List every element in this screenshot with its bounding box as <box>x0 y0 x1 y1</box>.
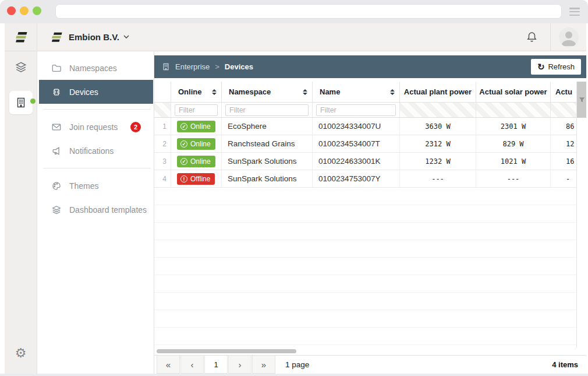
horizontal-scrollbar-thumb[interactable] <box>157 349 296 353</box>
plant-power-cell: --- <box>400 170 476 187</box>
sidebar: Namespaces Devices <box>37 51 154 374</box>
top-bar: Embion B.V. <box>37 23 586 51</box>
browser-chrome <box>0 0 588 23</box>
empty-row <box>154 223 576 240</box>
filter-cell-solar <box>476 103 551 117</box>
page-number-button[interactable]: 1 <box>204 356 228 374</box>
column-header-plant-power[interactable]: Actual plant power <box>400 82 476 102</box>
check-circle-icon: ✓ <box>180 123 187 130</box>
breadcrumb-current: Devices <box>225 62 253 71</box>
name-filter-input[interactable] <box>316 104 396 116</box>
status-badge: ✓ Online <box>177 156 215 167</box>
browser-window: ⚙ Embion B.V. <box>0 0 588 376</box>
settings-button[interactable]: ⚙ <box>15 347 27 360</box>
avatar <box>559 27 579 47</box>
column-header-namespace[interactable]: Namespace <box>222 82 313 102</box>
last-page-button[interactable]: » <box>252 356 275 374</box>
refresh-icon: ↻ <box>537 62 545 71</box>
sidebar-item-notifications[interactable]: Notifications <box>37 139 154 163</box>
window-controls <box>7 6 41 15</box>
palette-icon <box>51 181 62 191</box>
table-right-strip <box>576 82 586 348</box>
empty-row <box>154 328 576 345</box>
prev-page-button[interactable]: ‹ <box>180 356 204 374</box>
items-count-label: 4 items <box>552 360 578 369</box>
megaphone-icon <box>51 146 62 156</box>
namespace-cell: SunSpark Solutions <box>222 170 313 187</box>
plant-power-cell: 2312 W <box>400 135 476 152</box>
first-page-button[interactable]: « <box>157 356 180 374</box>
sidebar-item-namespaces[interactable]: Namespaces <box>37 56 154 80</box>
breadcrumb-root[interactable]: Enterprise <box>175 62 210 71</box>
table-header-row: Online Namespace Name <box>154 82 576 103</box>
rail-item-enterprise[interactable] <box>9 91 33 114</box>
maximize-window-button[interactable] <box>33 6 41 15</box>
org-selector[interactable]: Embion B.V. <box>37 31 154 43</box>
refresh-button[interactable]: ↻ Refresh <box>531 59 581 75</box>
column-header-online[interactable]: Online <box>171 82 222 102</box>
empty-row <box>154 205 576 223</box>
namespace-filter-input[interactable] <box>225 104 309 116</box>
table-row[interactable]: 1 ✓ Online EcoSphere 0100234334007U <box>154 118 576 135</box>
rail-item-templates[interactable] <box>5 51 37 83</box>
name-cell: 0100234534007T <box>313 135 400 152</box>
sort-icon[interactable] <box>390 89 395 95</box>
plant-power-cell: 3630 W <box>400 118 476 135</box>
sidebar-item-label: Join requests <box>69 122 118 132</box>
stack-icon <box>15 61 27 73</box>
table-row[interactable]: 3 ✓ Online SunSpark Solutions 0100224633 <box>154 153 576 170</box>
notifications-button[interactable] <box>513 31 550 43</box>
embion-logo-icon <box>49 31 63 43</box>
online-status-cell: ! Offline <box>171 170 222 187</box>
online-status-cell: ✓ Online <box>171 135 222 152</box>
stack-icon <box>51 205 62 215</box>
sidebar-item-join-requests[interactable]: Join requests 2 <box>37 115 154 139</box>
table-row[interactable]: 2 ✓ Online Ranchstead Grains 01002345340 <box>154 135 576 153</box>
sort-icon[interactable] <box>212 89 217 95</box>
user-menu[interactable] <box>550 23 586 51</box>
filter-toggle-button[interactable] <box>577 82 586 118</box>
devices-table: Online Namespace Name <box>154 82 586 348</box>
namespace-cell: Ranchstead Grains <box>222 135 313 152</box>
row-number: 4 <box>154 170 171 187</box>
check-circle-icon: ✓ <box>180 158 187 165</box>
solar-power-cell: --- <box>476 170 551 187</box>
empty-row <box>154 275 576 293</box>
minimize-window-button[interactable] <box>20 6 29 15</box>
sidebar-item-label: Notifications <box>69 146 114 156</box>
column-header-solar-power[interactable]: Actual solar power <box>476 82 551 102</box>
sort-icon[interactable] <box>303 89 307 95</box>
namespace-cell: EcoSphere <box>222 118 313 135</box>
empty-row <box>154 293 576 310</box>
sidebar-item-devices[interactable]: Devices <box>39 80 153 104</box>
column-header-name[interactable]: Name <box>313 82 400 102</box>
clipped-cell: - <box>551 170 576 187</box>
empty-row <box>154 188 576 205</box>
sidebar-item-label: Dashboard templates <box>69 205 147 215</box>
clipped-cell: 12 <box>551 135 576 152</box>
solar-power-cell: 829 W <box>476 135 551 152</box>
check-circle-icon: ✓ <box>180 140 187 147</box>
empty-row <box>154 258 576 275</box>
filter-cell-clipped <box>551 103 576 117</box>
online-filter-input[interactable] <box>175 104 218 116</box>
status-badge: ! Offline <box>177 173 215 185</box>
status-badge: ✓ Online <box>177 138 215 150</box>
column-header-clipped[interactable]: Actu <box>551 82 576 102</box>
sidebar-item-themes[interactable]: Themes <box>37 174 154 198</box>
sidebar-item-label: Themes <box>69 181 99 191</box>
breadcrumb-separator: > <box>215 62 219 71</box>
building-icon <box>162 62 170 71</box>
namespace-cell: SunSpark Solutions <box>222 153 313 170</box>
sidebar-item-dashboard-templates[interactable]: Dashboard templates <box>37 198 154 222</box>
status-badge: ✓ Online <box>177 121 215 132</box>
horizontal-scrollbar <box>154 348 586 355</box>
next-page-button[interactable]: › <box>228 356 252 374</box>
enterprise-online-dot <box>30 99 36 104</box>
url-bar[interactable] <box>55 4 562 19</box>
sidebar-divider <box>43 109 151 110</box>
app-root: ⚙ Embion B.V. <box>5 23 586 374</box>
browser-menu-icon[interactable] <box>569 8 580 16</box>
close-window-button[interactable] <box>7 6 16 15</box>
table-row[interactable]: 4 ! Offline SunSpark Solutions 010023475 <box>154 170 576 188</box>
